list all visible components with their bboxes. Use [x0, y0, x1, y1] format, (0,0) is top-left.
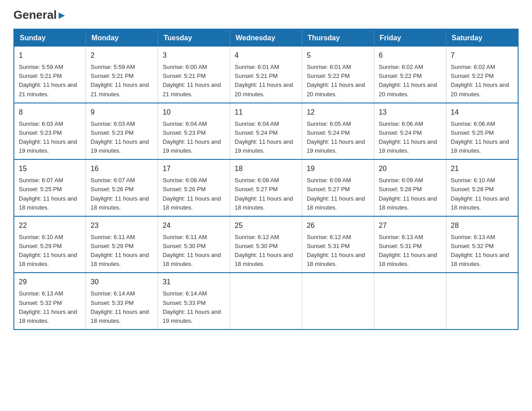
- day-info: Sunrise: 6:12 AMSunset: 5:31 PMDaylight:…: [307, 233, 369, 269]
- column-header-wednesday: Wednesday: [230, 29, 302, 47]
- day-number: 2: [90, 50, 153, 61]
- day-info: Sunrise: 6:07 AMSunset: 5:25 PMDaylight:…: [19, 176, 81, 212]
- day-number: 28: [451, 220, 513, 231]
- day-number: 22: [19, 220, 81, 231]
- day-info: Sunrise: 6:12 AMSunset: 5:30 PMDaylight:…: [235, 233, 297, 269]
- day-info: Sunrise: 6:01 AMSunset: 5:22 PMDaylight:…: [307, 63, 369, 99]
- day-number: 27: [379, 220, 442, 231]
- day-info: Sunrise: 6:05 AMSunset: 5:24 PMDaylight:…: [307, 120, 369, 156]
- calendar-cell: 17Sunrise: 6:08 AMSunset: 5:26 PMDayligh…: [158, 159, 230, 216]
- week-row-3: 15Sunrise: 6:07 AMSunset: 5:25 PMDayligh…: [14, 159, 518, 216]
- calendar-cell: [446, 273, 518, 330]
- calendar-cell: 6Sunrise: 6:02 AMSunset: 5:22 PMDaylight…: [374, 47, 446, 103]
- day-info: Sunrise: 6:06 AMSunset: 5:24 PMDaylight:…: [379, 120, 442, 156]
- calendar-table: SundayMondayTuesdayWednesdayThursdayFrid…: [13, 29, 519, 330]
- logo-general-text: General: [13, 9, 66, 21]
- day-info: Sunrise: 6:13 AMSunset: 5:32 PMDaylight:…: [451, 233, 513, 269]
- day-info: Sunrise: 5:59 AMSunset: 5:21 PMDaylight:…: [19, 63, 81, 99]
- column-header-thursday: Thursday: [302, 29, 374, 47]
- calendar-cell: 18Sunrise: 6:08 AMSunset: 5:27 PMDayligh…: [230, 159, 302, 216]
- calendar-cell: 26Sunrise: 6:12 AMSunset: 5:31 PMDayligh…: [302, 216, 374, 273]
- week-row-5: 29Sunrise: 6:13 AMSunset: 5:32 PMDayligh…: [14, 273, 518, 330]
- day-number: 20: [379, 163, 442, 174]
- calendar-cell: 20Sunrise: 6:09 AMSunset: 5:28 PMDayligh…: [374, 159, 446, 216]
- day-info: Sunrise: 6:00 AMSunset: 5:21 PMDaylight:…: [163, 63, 225, 99]
- day-number: 30: [90, 277, 153, 287]
- day-info: Sunrise: 6:09 AMSunset: 5:28 PMDaylight:…: [379, 176, 442, 212]
- day-number: 4: [235, 50, 297, 61]
- day-info: Sunrise: 6:06 AMSunset: 5:25 PMDaylight:…: [451, 120, 513, 156]
- day-number: 11: [235, 107, 297, 118]
- calendar-cell: 2Sunrise: 5:59 AMSunset: 5:21 PMDaylight…: [86, 47, 158, 103]
- day-info: Sunrise: 6:10 AMSunset: 5:29 PMDaylight:…: [19, 233, 81, 269]
- day-info: Sunrise: 6:08 AMSunset: 5:27 PMDaylight:…: [235, 176, 297, 212]
- calendar-cell: 25Sunrise: 6:12 AMSunset: 5:30 PMDayligh…: [230, 216, 302, 273]
- column-header-saturday: Saturday: [446, 29, 518, 47]
- calendar-cell: 24Sunrise: 6:11 AMSunset: 5:30 PMDayligh…: [158, 216, 230, 273]
- calendar-cell: 16Sunrise: 6:07 AMSunset: 5:26 PMDayligh…: [86, 159, 158, 216]
- day-info: Sunrise: 5:59 AMSunset: 5:21 PMDaylight:…: [90, 63, 153, 99]
- day-number: 29: [19, 277, 81, 287]
- week-row-1: 1Sunrise: 5:59 AMSunset: 5:21 PMDaylight…: [14, 47, 518, 103]
- day-number: 19: [307, 163, 369, 174]
- day-info: Sunrise: 6:03 AMSunset: 5:23 PMDaylight:…: [19, 120, 81, 156]
- calendar-cell: 7Sunrise: 6:02 AMSunset: 5:22 PMDaylight…: [446, 47, 518, 103]
- day-info: Sunrise: 6:02 AMSunset: 5:22 PMDaylight:…: [451, 63, 513, 99]
- column-header-monday: Monday: [86, 29, 158, 47]
- day-number: 15: [19, 163, 81, 174]
- day-number: 23: [90, 220, 153, 231]
- day-info: Sunrise: 6:09 AMSunset: 5:27 PMDaylight:…: [307, 176, 369, 212]
- day-number: 8: [19, 107, 81, 118]
- day-number: 9: [90, 107, 153, 118]
- day-number: 10: [163, 107, 225, 118]
- calendar-cell: 8Sunrise: 6:03 AMSunset: 5:23 PMDaylight…: [14, 103, 86, 160]
- day-number: 17: [163, 163, 225, 174]
- calendar-cell: 15Sunrise: 6:07 AMSunset: 5:25 PMDayligh…: [14, 159, 86, 216]
- day-number: 21: [451, 163, 513, 174]
- week-row-2: 8Sunrise: 6:03 AMSunset: 5:23 PMDaylight…: [14, 103, 518, 160]
- day-number: 31: [163, 277, 225, 287]
- calendar-cell: 5Sunrise: 6:01 AMSunset: 5:22 PMDaylight…: [302, 47, 374, 103]
- column-header-tuesday: Tuesday: [158, 29, 230, 47]
- calendar-cell: 27Sunrise: 6:13 AMSunset: 5:31 PMDayligh…: [374, 216, 446, 273]
- day-number: 16: [90, 163, 153, 174]
- calendar-cell: 31Sunrise: 6:14 AMSunset: 5:33 PMDayligh…: [158, 273, 230, 330]
- calendar-cell: [302, 273, 374, 330]
- calendar-cell: 1Sunrise: 5:59 AMSunset: 5:21 PMDaylight…: [14, 47, 86, 103]
- calendar-cell: 30Sunrise: 6:14 AMSunset: 5:33 PMDayligh…: [86, 273, 158, 330]
- day-number: 13: [379, 107, 442, 118]
- calendar-cell: 13Sunrise: 6:06 AMSunset: 5:24 PMDayligh…: [374, 103, 446, 160]
- calendar-cell: 29Sunrise: 6:13 AMSunset: 5:32 PMDayligh…: [14, 273, 86, 330]
- calendar-cell: 4Sunrise: 6:01 AMSunset: 5:21 PMDaylight…: [230, 47, 302, 103]
- calendar-cell: 3Sunrise: 6:00 AMSunset: 5:21 PMDaylight…: [158, 47, 230, 103]
- day-info: Sunrise: 6:10 AMSunset: 5:28 PMDaylight:…: [451, 176, 513, 212]
- day-info: Sunrise: 6:13 AMSunset: 5:31 PMDaylight:…: [379, 233, 442, 269]
- day-info: Sunrise: 6:03 AMSunset: 5:23 PMDaylight:…: [90, 120, 153, 156]
- day-number: 26: [307, 220, 369, 231]
- day-info: Sunrise: 6:08 AMSunset: 5:26 PMDaylight:…: [163, 176, 225, 212]
- day-info: Sunrise: 6:11 AMSunset: 5:29 PMDaylight:…: [90, 233, 153, 269]
- svg-marker-0: [59, 13, 65, 19]
- day-number: 25: [235, 220, 297, 231]
- calendar-cell: [374, 273, 446, 330]
- logo-arrow-icon: [58, 12, 66, 20]
- day-info: Sunrise: 6:14 AMSunset: 5:33 PMDaylight:…: [163, 289, 225, 325]
- day-number: 12: [307, 107, 369, 118]
- day-info: Sunrise: 6:04 AMSunset: 5:23 PMDaylight:…: [163, 120, 225, 156]
- day-number: 24: [163, 220, 225, 231]
- calendar-cell: 9Sunrise: 6:03 AMSunset: 5:23 PMDaylight…: [86, 103, 158, 160]
- column-header-sunday: Sunday: [14, 29, 86, 47]
- day-info: Sunrise: 6:02 AMSunset: 5:22 PMDaylight:…: [379, 63, 442, 99]
- day-info: Sunrise: 6:01 AMSunset: 5:21 PMDaylight:…: [235, 63, 297, 99]
- day-info: Sunrise: 6:13 AMSunset: 5:32 PMDaylight:…: [19, 289, 81, 325]
- day-info: Sunrise: 6:07 AMSunset: 5:26 PMDaylight:…: [90, 176, 153, 212]
- calendar-cell: 28Sunrise: 6:13 AMSunset: 5:32 PMDayligh…: [446, 216, 518, 273]
- day-number: 1: [19, 50, 81, 61]
- day-number: 3: [163, 50, 225, 61]
- calendar-cell: 11Sunrise: 6:04 AMSunset: 5:24 PMDayligh…: [230, 103, 302, 160]
- day-info: Sunrise: 6:14 AMSunset: 5:33 PMDaylight:…: [90, 289, 153, 325]
- day-info: Sunrise: 6:11 AMSunset: 5:30 PMDaylight:…: [163, 233, 225, 269]
- day-number: 6: [379, 50, 442, 61]
- calendar-cell: [230, 273, 302, 330]
- page-header: General: [13, 9, 519, 20]
